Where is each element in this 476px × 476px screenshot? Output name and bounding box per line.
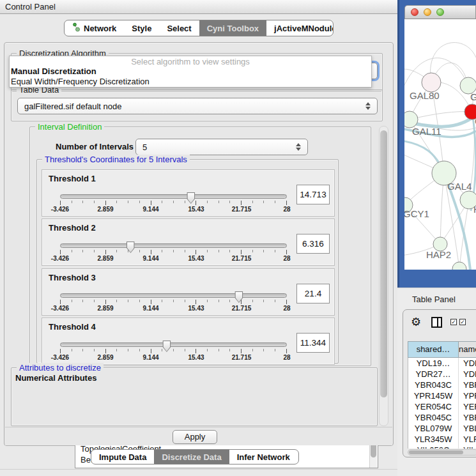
table-data-group: Table Data galFiltered.sif default node <box>11 89 383 121</box>
threshold-1-slider[interactable] <box>60 194 287 199</box>
tick-label: 15.43 <box>188 206 204 213</box>
checkbox-icon[interactable]: ✓ <box>459 319 466 325</box>
tick-label: 21.715 <box>232 305 252 312</box>
table-panel-box: ⚙ ✓ ✓ shared… name YDL19…YDL1YDR27…YDR2Y… <box>403 309 476 457</box>
dropdown-option[interactable]: Manual Discretization <box>10 66 371 77</box>
tab-style[interactable]: Style <box>124 20 159 36</box>
slider-ticks <box>60 201 287 206</box>
combo-spinner-icon <box>291 143 301 151</box>
threshold-1-value-field[interactable]: 14.713 <box>296 185 330 204</box>
apply-button[interactable]: Apply <box>173 430 217 444</box>
thresholds-group-label: Threshold's Coordinates for 5 Intervals <box>42 155 190 164</box>
table-row[interactable]: YER054CYER0 <box>408 401 476 412</box>
table-cell: YPR145W <box>408 390 459 401</box>
table-data-combobox[interactable]: galFiltered.sif default node <box>17 98 378 114</box>
numerical-attributes-label: Numerical Attributes <box>15 373 96 383</box>
close-traffic-light-icon[interactable] <box>411 8 418 16</box>
tick-label: 28 <box>283 255 290 262</box>
tick-label: 9.144 <box>142 206 158 213</box>
table-row[interactable]: YIL052CYIL0 <box>408 445 476 449</box>
minimize-traffic-light-icon[interactable] <box>424 8 431 16</box>
threshold-3-label: Threshold 3 <box>49 273 96 282</box>
slider-tick-labels: -3.4262.8599.14415.4321.71528 <box>60 354 287 362</box>
tick-label: 28 <box>283 305 290 312</box>
zoom-traffic-light-icon[interactable] <box>436 8 444 16</box>
table-cell: YDR27… <box>408 369 459 380</box>
checkbox-icon[interactable]: ✓ <box>450 319 457 325</box>
threshold-3-slider[interactable] <box>60 293 287 298</box>
table-cell: YBR045C <box>408 412 459 423</box>
slider-ticks <box>60 349 287 354</box>
tick-label: 2.859 <box>97 206 113 213</box>
slider-ticks <box>60 250 287 255</box>
network-view-canvas[interactable]: GAL80 G C GAL11 GAL4 GCY1 H HAP2 <box>404 19 476 270</box>
tab-cyni-toolbox[interactable]: Cyni Toolbox <box>199 20 266 36</box>
table-row[interactable]: YBR043CYBR0 <box>408 380 476 390</box>
node-label-partial: G <box>470 91 476 102</box>
column-header-shared-name[interactable]: shared… <box>408 341 459 358</box>
node-label-gal80: GAL80 <box>410 90 440 101</box>
interval-definition-label: Interval Definition <box>35 122 104 132</box>
tick-label: 2.859 <box>97 354 113 361</box>
tab-jactivemnodules[interactable]: jActiveMNodules <box>266 20 334 36</box>
tick-label: 15.43 <box>188 255 204 262</box>
table-row[interactable]: YPR145WYPR1 <box>408 390 476 401</box>
tab-label: Select <box>167 24 191 33</box>
threshold-4-value-field[interactable]: 11.344 <box>296 333 330 353</box>
number-of-intervals-combobox[interactable]: 5 <box>135 139 308 155</box>
threshold-4-panel: Threshold 4 -3.4262.8599.14415.4321.7152… <box>42 318 335 365</box>
bottom-divider <box>0 469 397 470</box>
column-header-name[interactable]: name <box>459 341 476 358</box>
table-row[interactable]: YBR045CYBR0 <box>408 412 476 423</box>
threshold-4-slider[interactable] <box>60 342 287 347</box>
tab-label: Infer Network <box>237 452 290 462</box>
table-panel-title: Table Panel <box>412 295 456 304</box>
slider-ticks <box>60 300 287 305</box>
table-cell: YBL079W <box>408 423 459 434</box>
tab-discretize-data[interactable]: Discretize Data <box>154 450 229 464</box>
tab-label: jActiveMNodules <box>274 24 334 33</box>
panel-title: Control Panel <box>0 2 56 12</box>
tick-label: -3.426 <box>51 305 69 312</box>
threshold-2-label: Threshold 2 <box>49 223 96 233</box>
tick-label: 28 <box>283 206 290 213</box>
tab-network[interactable]: Network <box>65 20 124 36</box>
gear-icon[interactable]: ⚙ <box>411 316 421 328</box>
tick-label: 21.715 <box>232 354 252 361</box>
node-label-gal11: GAL11 <box>412 126 441 137</box>
cyni-toolbox-panel: Discretization Algorithm Table Data galF… <box>4 42 394 446</box>
network-window-titlebar[interactable] <box>404 5 476 19</box>
panel-scrollbar[interactable] <box>379 126 388 426</box>
tab-label: Style <box>132 24 151 33</box>
table-row[interactable]: YLR345WYLR3 <box>408 434 476 445</box>
tab-label: Discretize Data <box>162 452 221 462</box>
tick-label: 28 <box>283 354 290 361</box>
tick-label: 2.859 <box>97 305 113 312</box>
tab-select[interactable]: Select <box>159 20 199 36</box>
bottom-tabbar: Impute Data Discretize Data Infer Networ… <box>91 449 299 464</box>
attributes-group: Attributes to discretize Numerical Attri… <box>11 367 378 426</box>
panel-scrollbar-thumb[interactable] <box>380 130 387 397</box>
apply-strip: Apply <box>5 427 392 445</box>
dropdown-option[interactable]: Equal Width/Frequency Discretization <box>10 77 371 87</box>
tab-infer-network[interactable]: Infer Network <box>229 450 298 464</box>
network-node-gal80[interactable] <box>422 73 441 92</box>
column-layout-icon[interactable] <box>431 317 442 328</box>
table-cell: YLR3 <box>459 434 476 445</box>
network-node[interactable] <box>452 262 466 270</box>
table-row[interactable]: YDL19…YDL1 <box>408 358 476 369</box>
table-row[interactable]: YBL079WYBL0 <box>408 423 476 434</box>
threshold-3-value-field[interactable]: 21.4 <box>296 284 330 303</box>
tick-label: 21.715 <box>232 206 252 213</box>
table-horizontal-scrollbar[interactable] <box>408 449 476 456</box>
tab-impute-data[interactable]: Impute Data <box>91 450 154 464</box>
table-row[interactable]: YDR27…YDR2 <box>408 369 476 380</box>
threshold-2-slider[interactable] <box>60 243 287 248</box>
threshold-2-value-field[interactable]: 6.316 <box>296 234 330 254</box>
table-cell: YIL052C <box>408 445 459 449</box>
slider-tick-labels: -3.4262.8599.14415.4321.71528 <box>60 206 287 213</box>
tick-label: -3.426 <box>51 255 69 262</box>
tick-label: 9.144 <box>142 354 158 361</box>
node-label-partial: H <box>473 204 476 215</box>
tick-label: 15.43 <box>188 305 204 312</box>
